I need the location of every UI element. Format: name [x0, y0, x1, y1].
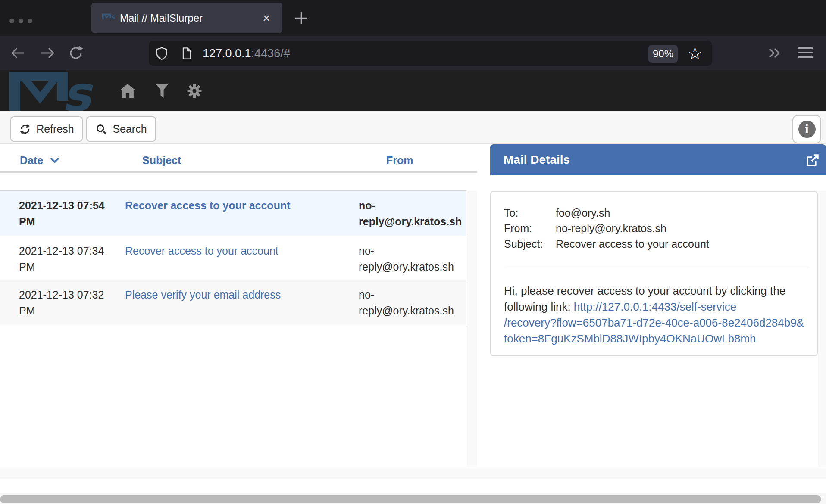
mail-row-3-subject[interactable]: Please verify your email address — [125, 287, 354, 303]
refresh-button[interactable]: Refresh — [10, 116, 83, 142]
sort-chevron-down-icon — [50, 157, 60, 164]
browser-nav-toolbar: 127.0.0.1:4436/# 90% ☆ — [0, 36, 826, 70]
mail-body: Hi, please recover access to your accoun… — [504, 283, 811, 347]
application-window: s Mail // MailSlurper × 127.0.0.1: — [0, 0, 826, 504]
mail-row-2-from: no-reply@ory.kratos.sh — [359, 243, 465, 275]
window-button-close[interactable] — [9, 19, 14, 23]
tab-title: Mail // MailSlurper — [120, 3, 203, 33]
reload-icon[interactable] — [66, 44, 85, 62]
mailslurper-header: s — [0, 70, 826, 111]
home-icon[interactable] — [119, 83, 136, 99]
from-value: no-reply@ory.kratos.sh — [556, 221, 666, 236]
mail-row-2[interactable]: 2021-12-13 07:34PM Recover access to you… — [0, 236, 466, 280]
search-icon — [95, 123, 107, 135]
refresh-icon — [19, 123, 31, 135]
recovery-link-line2[interactable]: /recovery?flow=6507ba71-d72e-40ce-a006-8… — [504, 316, 804, 329]
page-info-icon[interactable] — [180, 47, 194, 60]
url-bar[interactable]: 127.0.0.1:4436/# 90% ☆ — [149, 41, 712, 66]
subject-label: Subject: — [504, 236, 556, 252]
page-toolbar: Refresh Search i — [0, 111, 826, 144]
mail-row-1-from: no-reply@ory.kratos.sh — [359, 198, 465, 230]
menu-hamburger-icon[interactable] — [798, 47, 813, 59]
mail-row-3[interactable]: 2021-12-13 07:32PM Please verify your em… — [0, 280, 466, 324]
forward-icon[interactable] — [38, 44, 57, 62]
window-button-zoom[interactable] — [28, 19, 32, 23]
table-header-underline — [0, 171, 477, 173]
info-button[interactable]: i — [792, 115, 821, 143]
mail-row-2-subject[interactable]: Recover access to your account — [125, 243, 354, 259]
body-text-line1: Hi, please recover access to your accoun… — [504, 284, 785, 297]
tab-favicon-icon: s — [102, 13, 115, 20]
url-text: 127.0.0.1:4436/# — [203, 41, 290, 66]
back-icon[interactable] — [9, 44, 28, 62]
body-text-line2: following link: — [504, 300, 574, 313]
column-header-date[interactable]: Date — [20, 152, 60, 169]
mail-row-2-date: 2021-12-13 07:34PM — [19, 243, 122, 275]
search-button[interactable]: Search — [86, 116, 156, 142]
horizontal-scrollbar-track[interactable] — [0, 493, 826, 504]
tab-close-icon[interactable]: × — [259, 11, 274, 26]
column-header-subject[interactable]: Subject — [142, 152, 181, 169]
mail-details-header: Mail Details — [490, 144, 826, 175]
mail-row-1-date: 2021-12-13 07:54PM — [19, 198, 122, 230]
recovery-link-line3[interactable]: token=8FguKzSMblD88JWIpby4OKNaUOwLb8mh — [504, 332, 756, 345]
mail-row-1-subject[interactable]: Recover access to your account — [125, 198, 354, 214]
mailslurper-logo: s — [9, 72, 96, 111]
details-scrollbar-gutter[interactable] — [818, 191, 826, 467]
mail-details-title: Mail Details — [504, 144, 570, 175]
mail-row-1[interactable]: 2021-12-13 07:54PM Recover access to you… — [0, 191, 466, 236]
to-value: foo@ory.sh — [556, 205, 610, 221]
info-icon: i — [798, 121, 816, 138]
list-scrollbar-gutter[interactable] — [467, 191, 477, 467]
browser-tab-bar: s Mail // MailSlurper × — [0, 0, 826, 36]
footer-strip — [0, 467, 826, 479]
row-divider — [0, 325, 466, 325]
details-divider — [504, 266, 809, 266]
horizontal-scrollbar-thumb[interactable] — [0, 495, 821, 503]
from-label: From: — [504, 221, 556, 236]
window-button-minimize[interactable] — [19, 19, 23, 23]
svg-text:s: s — [111, 13, 116, 20]
settings-gear-icon[interactable] — [186, 83, 203, 99]
search-button-label: Search — [113, 123, 147, 135]
mail-row-3-from: no-reply@ory.kratos.sh — [359, 287, 465, 319]
svg-text:s: s — [62, 72, 94, 111]
url-path: :4436/# — [251, 47, 290, 60]
shield-icon[interactable] — [155, 47, 169, 60]
recovery-link-line1[interactable]: http://127.0.0.1:4433/self-service — [574, 300, 736, 313]
mail-row-3-date: 2021-12-13 07:32PM — [19, 287, 122, 319]
url-host: 127.0.0.1 — [203, 47, 251, 60]
filter-icon[interactable] — [153, 83, 171, 99]
bookmark-star-icon[interactable]: ☆ — [685, 43, 705, 64]
column-header-date-label: Date — [20, 154, 43, 166]
mail-meta: To:foo@ory.sh From:no-reply@ory.kratos.s… — [504, 205, 709, 252]
subject-value: Recover access to your account — [556, 236, 709, 252]
mail-details-panel: To:foo@ory.sh From:no-reply@ory.kratos.s… — [490, 191, 818, 356]
new-tab-icon[interactable] — [291, 9, 311, 27]
overflow-chevrons-icon[interactable] — [764, 44, 783, 62]
to-label: To: — [504, 205, 556, 221]
refresh-button-label: Refresh — [36, 123, 74, 135]
column-header-from[interactable]: From — [386, 152, 413, 169]
external-link-icon[interactable] — [805, 153, 820, 168]
zoom-level-badge[interactable]: 90% — [648, 45, 678, 63]
browser-tab[interactable]: s Mail // MailSlurper × — [91, 3, 282, 33]
